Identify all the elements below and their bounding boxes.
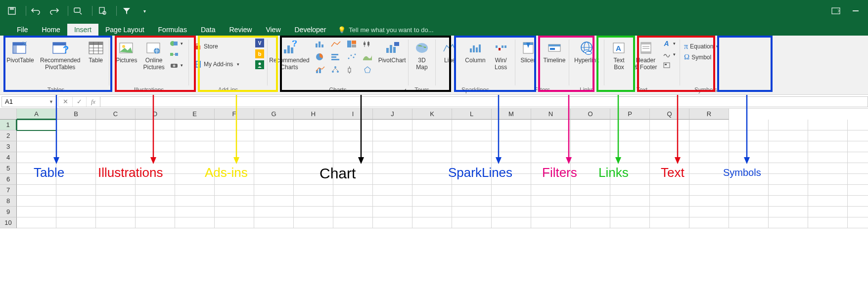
column-header[interactable]: B — [56, 109, 96, 120]
chart-surface-icon[interactable] — [361, 51, 374, 62]
cell[interactable] — [531, 196, 571, 207]
chart-line-icon[interactable] — [329, 39, 342, 49]
cell[interactable] — [452, 130, 492, 141]
cell[interactable] — [373, 217, 412, 228]
column-header[interactable]: J — [373, 109, 412, 120]
cell[interactable] — [294, 185, 333, 196]
slicer-button[interactable]: Slicer — [517, 39, 540, 65]
cell[interactable] — [17, 196, 56, 207]
column-header[interactable]: R — [689, 109, 729, 120]
screenshot-button[interactable]: ▾ — [169, 60, 184, 70]
cell[interactable] — [531, 207, 571, 217]
cell[interactable] — [769, 196, 808, 207]
pivottable-button[interactable]: PivotTable — [4, 39, 36, 65]
recommended-pivottables-button[interactable]: ? Recommended PivotTables — [38, 39, 83, 72]
cell[interactable] — [96, 120, 136, 130]
cell[interactable] — [452, 196, 492, 207]
cell[interactable] — [650, 152, 689, 163]
cell[interactable] — [373, 141, 412, 152]
cell[interactable] — [412, 141, 452, 152]
cell[interactable] — [136, 207, 175, 217]
cell[interactable] — [373, 196, 412, 207]
cell[interactable] — [729, 196, 769, 207]
cell[interactable] — [769, 130, 808, 141]
cell[interactable] — [452, 141, 492, 152]
cell[interactable] — [769, 152, 808, 163]
tab-data[interactable]: Data — [194, 24, 223, 36]
cell[interactable] — [571, 185, 610, 196]
cell[interactable] — [452, 217, 492, 228]
textbox-button[interactable]: AText Box — [607, 39, 630, 72]
row-header[interactable]: 7 — [0, 185, 17, 196]
cell[interactable] — [610, 196, 650, 207]
store-button[interactable]: Store — [192, 42, 253, 51]
cell[interactable] — [689, 207, 729, 217]
sparkline-line-button[interactable]: Line — [438, 39, 461, 65]
cell[interactable] — [492, 207, 531, 217]
cell[interactable] — [729, 207, 769, 217]
cell[interactable] — [96, 196, 136, 207]
chart-hierarchy-icon[interactable] — [329, 64, 342, 75]
cell[interactable] — [729, 217, 769, 228]
cell[interactable] — [808, 196, 848, 207]
cell[interactable] — [215, 196, 254, 207]
cell[interactable] — [17, 130, 56, 141]
3d-map-button[interactable]: 3D Map — [411, 39, 433, 72]
row-header[interactable]: 8 — [0, 196, 17, 207]
cell[interactable] — [17, 207, 56, 217]
timeline-button[interactable]: Timeline — [542, 39, 568, 65]
cell[interactable] — [848, 163, 868, 174]
cell[interactable] — [333, 185, 373, 196]
cell[interactable] — [175, 196, 215, 207]
cell[interactable] — [373, 120, 412, 130]
cell[interactable] — [333, 217, 373, 228]
cell[interactable] — [650, 120, 689, 130]
cell[interactable] — [571, 196, 610, 207]
cell[interactable] — [769, 174, 808, 185]
cell[interactable] — [808, 217, 848, 228]
cell[interactable] — [848, 217, 868, 228]
cell[interactable] — [294, 141, 333, 152]
cell[interactable] — [412, 152, 452, 163]
cell[interactable] — [808, 141, 848, 152]
cell[interactable] — [848, 120, 868, 130]
cell[interactable] — [650, 207, 689, 217]
cell[interactable] — [56, 152, 96, 163]
cell[interactable] — [175, 217, 215, 228]
cell[interactable] — [333, 207, 373, 217]
chart-column-icon[interactable] — [314, 39, 326, 49]
cell[interactable] — [808, 152, 848, 163]
visio-addin-icon[interactable]: V — [255, 39, 264, 47]
cell[interactable] — [175, 141, 215, 152]
header-footer-button[interactable]: Header & Footer — [632, 39, 659, 72]
bing-addin-icon[interactable]: b — [255, 49, 264, 58]
ribbon-options-icon[interactable] — [828, 5, 843, 17]
cell[interactable] — [254, 130, 294, 141]
charts-dialog-launcher[interactable]: ◢ — [403, 87, 406, 92]
row-header[interactable]: 4 — [0, 152, 17, 163]
column-header[interactable]: G — [254, 109, 294, 120]
cell[interactable] — [689, 130, 729, 141]
tab-home[interactable]: Home — [35, 24, 67, 36]
tab-insert[interactable]: Insert — [67, 24, 98, 36]
cell[interactable] — [848, 174, 868, 185]
cell[interactable] — [294, 217, 333, 228]
cell[interactable] — [373, 152, 412, 163]
cell[interactable] — [412, 185, 452, 196]
cell[interactable] — [531, 217, 571, 228]
cell[interactable] — [294, 130, 333, 141]
column-header[interactable]: O — [571, 109, 610, 120]
cell[interactable] — [294, 207, 333, 217]
cell[interactable] — [650, 196, 689, 207]
recommended-charts-button[interactable]: ? Recommended Charts — [267, 39, 311, 72]
row-header[interactable]: 2 — [0, 130, 17, 141]
cell[interactable] — [412, 196, 452, 207]
chart-combo-icon[interactable] — [314, 64, 326, 75]
cell[interactable] — [56, 120, 96, 130]
cell[interactable] — [373, 207, 412, 217]
cell[interactable] — [452, 120, 492, 130]
cell[interactable] — [492, 185, 531, 196]
cell[interactable] — [333, 130, 373, 141]
tab-page-layout[interactable]: Page Layout — [98, 24, 151, 36]
formula-input[interactable] — [100, 96, 868, 107]
